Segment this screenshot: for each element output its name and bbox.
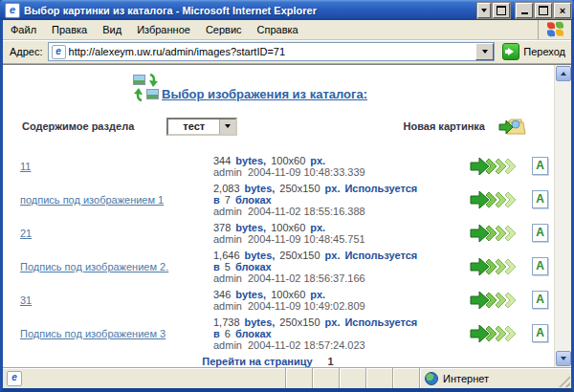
select-image-arrow-icon[interactable] <box>470 255 531 278</box>
author: admin <box>213 206 242 217</box>
status-pane <box>285 368 312 388</box>
scroll-up-button[interactable] <box>556 66 571 81</box>
author: admin <box>213 166 242 178</box>
address-label: Адрес: <box>5 46 48 57</box>
timestamp: 2004-11-02 18:56:37.166 <box>248 272 365 284</box>
address-dropdown-button[interactable] <box>475 43 494 60</box>
globe-icon <box>425 372 438 385</box>
browser-window: e Выбор картинки из каталога - Microsoft… <box>0 0 574 392</box>
usage-count: 6 <box>225 328 231 339</box>
text-document-icon[interactable]: A <box>532 157 548 175</box>
windows-logo-box <box>538 20 571 39</box>
menu-item[interactable]: Сервис <box>198 22 250 37</box>
image-admin-line: admin2004-11-02 18:55:16.388 <box>213 206 466 217</box>
arrow-down-icon <box>146 74 159 87</box>
pager-page-number[interactable]: 1 <box>328 356 334 367</box>
new-image-group: Новая картинка <box>404 115 528 138</box>
select-image-arrow-icon[interactable] <box>470 155 531 178</box>
status-pane <box>365 368 392 388</box>
zone-label: Интернет <box>443 373 489 384</box>
image-link[interactable]: подпись под изображением 1 <box>20 194 213 206</box>
image-size-line: 378bytes,100x60px. <box>213 222 466 233</box>
menu-items: Файл Правка Вид Избранное Сервис Справка <box>3 20 538 39</box>
image-meta: 344bytes,100x60px. admin2004-11-09 10:48… <box>213 155 466 178</box>
go-button-label: Переход <box>523 46 565 57</box>
bytes-label: bytes, <box>245 183 276 194</box>
catalog-heading-link[interactable]: Выбор изображения из каталога: <box>162 87 367 101</box>
ie-window-icon: e <box>5 3 20 18</box>
usage-count: 5 <box>225 261 231 272</box>
text-document-icon[interactable]: A <box>532 324 548 342</box>
image-link[interactable]: 31 <box>20 294 213 306</box>
minimize-icon <box>521 12 528 14</box>
go-button[interactable]: Переход <box>498 42 569 61</box>
scroll-down-button[interactable] <box>556 351 571 366</box>
menu-bar: Файл Правка Вид Избранное Сервис Справка <box>3 20 571 40</box>
table-row: Подпись под изображением 2. 1,646bytes,2… <box>20 250 548 283</box>
triangle-up-icon <box>561 72 566 76</box>
section-select-value: тест <box>168 120 219 132</box>
select-image-arrow-icon[interactable] <box>470 222 531 245</box>
new-image-folder-icon[interactable] <box>498 115 527 138</box>
swap-images-icon <box>132 73 159 101</box>
image-size-line: 2,083bytes,250x150px.Используется в7блок… <box>213 183 466 206</box>
select-image-arrow-icon[interactable] <box>470 188 531 211</box>
menu-item[interactable]: Вид <box>95 22 129 37</box>
image-link[interactable]: Подпись под изображением 2. <box>20 261 213 272</box>
table-row: 11 344bytes,100x60px. admin2004-11-09 10… <box>20 149 548 183</box>
select-dropdown-button[interactable] <box>219 120 235 134</box>
address-input[interactable] <box>69 46 476 57</box>
text-document-icon[interactable]: A <box>532 224 548 242</box>
address-box: e <box>48 42 496 61</box>
image-link[interactable]: 11 <box>20 161 213 172</box>
bytes-label: bytes, <box>235 155 266 166</box>
menu-item[interactable]: Файл <box>3 22 44 37</box>
size-value: 344 <box>213 155 231 166</box>
menu-item[interactable]: Правка <box>44 22 95 37</box>
text-document-icon[interactable]: A <box>532 257 548 275</box>
close-button[interactable]: × <box>554 3 571 18</box>
ie-page-icon: e <box>7 371 22 386</box>
select-image-arrow-icon[interactable] <box>470 322 531 345</box>
go-arrow-icon <box>502 43 519 60</box>
row-actions: A <box>466 188 548 211</box>
menu-item[interactable]: Избранное <box>129 22 198 37</box>
bytes-label: bytes, <box>235 222 266 233</box>
text-document-icon[interactable]: A <box>532 190 548 208</box>
filter-row: Содержимое раздела тест Новая картинка <box>20 115 527 138</box>
titlebar: e Выбор картинки из каталога - Microsoft… <box>0 0 574 20</box>
arrow-up-icon <box>133 88 145 101</box>
titlebar-dropdown-button[interactable] <box>477 3 491 18</box>
maximize-button[interactable] <box>535 3 552 18</box>
usage-suffix: блоках <box>235 328 272 339</box>
resize-grip[interactable] <box>557 368 571 388</box>
row-actions: A <box>466 289 548 312</box>
maximize-icon <box>539 6 548 15</box>
select-image-arrow-icon[interactable] <box>470 289 531 312</box>
image-link[interactable]: Подпись под изображением 3 <box>20 328 213 339</box>
px-label: px. <box>310 155 325 166</box>
minimize-button[interactable] <box>516 3 533 18</box>
status-pane <box>339 368 365 388</box>
image-meta: 1,646bytes,250x150px.Используется в5блок… <box>213 250 466 284</box>
chevron-down-icon <box>482 50 488 54</box>
chevron-down-icon <box>481 9 487 12</box>
section-select[interactable]: тест <box>166 118 237 136</box>
row-actions: A <box>466 322 548 345</box>
titlebar-shade-button[interactable] <box>493 3 510 18</box>
size-value: 1,646 <box>213 250 240 261</box>
vertical-scrollbar[interactable] <box>554 65 571 367</box>
pager: Перейти на страницу 1 <box>20 356 516 367</box>
status-pane <box>312 368 339 388</box>
menu-item[interactable]: Справка <box>250 22 306 37</box>
image-admin-line: admin2004-11-02 18:56:37.166 <box>213 272 466 284</box>
address-bar: Адрес: e Переход <box>3 40 571 64</box>
bytes-label: bytes, <box>235 289 266 300</box>
table-row: 21 378bytes,100x60px. admin2004-11-09 10… <box>20 216 548 250</box>
image-link[interactable]: 21 <box>20 228 213 239</box>
usage-suffix: блоках <box>235 194 272 206</box>
security-zone-pane: Интернет <box>419 368 557 388</box>
text-document-icon[interactable]: A <box>532 291 548 309</box>
image-admin-line: admin2004-11-09 10:49:02.809 <box>213 300 466 312</box>
window-title: Выбор картинки из каталога - Microsoft I… <box>24 5 475 16</box>
